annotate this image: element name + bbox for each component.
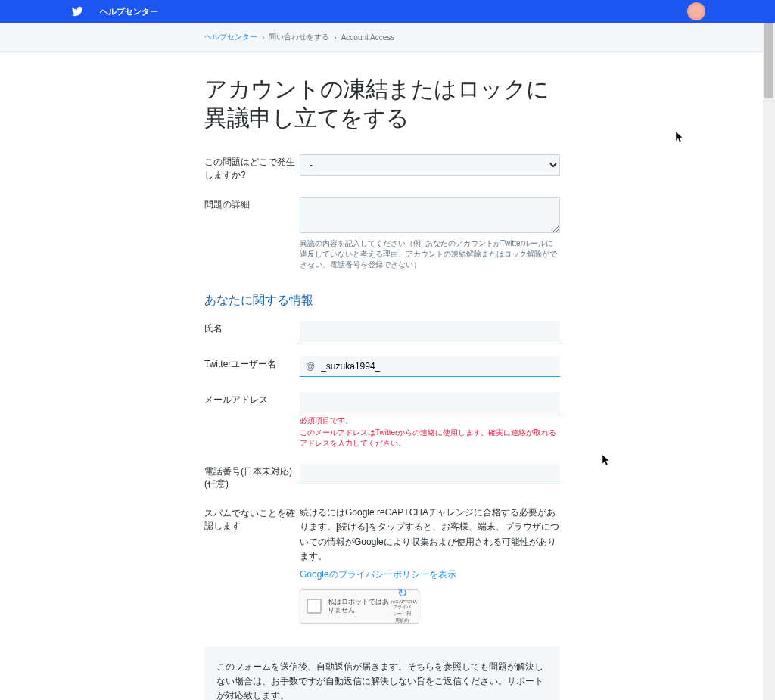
captcha-privacy-link[interactable]: Googleのプライバシーポリシーを表示 bbox=[300, 568, 456, 581]
recaptcha-logo: ↻ reCAPTCHA プライバシー - 利用規約 bbox=[391, 587, 412, 624]
breadcrumb-separator: › bbox=[334, 33, 336, 42]
captcha-text: 続けるにはGoogle reCAPTCHAチャレンジに合格する必要があります。[… bbox=[300, 506, 560, 564]
recaptcha-checkbox[interactable] bbox=[307, 599, 322, 614]
breadcrumb-link-help[interactable]: ヘルプセンター bbox=[204, 32, 257, 42]
name-input[interactable] bbox=[300, 321, 560, 341]
email-error: 必須項目です。 bbox=[300, 415, 560, 426]
captcha-label: スパムでないことを確認します bbox=[204, 506, 300, 533]
topbar-title[interactable]: ヘルプセンター bbox=[100, 6, 158, 17]
page-title: アカウントの凍結またはロックに異議申し立てをする bbox=[204, 75, 560, 132]
username-input[interactable] bbox=[318, 356, 560, 376]
username-label: Twitterユーザー名 bbox=[204, 356, 300, 371]
notice-box: このフォームを送信後、自動返信が届きます。そちらを参照しても問題が解決しない場合… bbox=[204, 646, 560, 700]
email-input[interactable] bbox=[300, 392, 560, 412]
topbar: ヘルプセンター bbox=[0, 0, 775, 23]
cursor-icon bbox=[676, 132, 685, 144]
breadcrumb-item-account-access: Account Access bbox=[341, 33, 395, 42]
avatar[interactable] bbox=[687, 2, 705, 20]
details-help: 異議の内容を記入してください（例: あなたのアカウントがTwitterルールに違… bbox=[300, 238, 560, 270]
phone-input[interactable] bbox=[300, 464, 560, 484]
section-heading: あなたに関する情報 bbox=[204, 293, 560, 309]
recaptcha-box[interactable]: 私はロボットではありません ↻ reCAPTCHA プライバシー - 利用規約 bbox=[300, 589, 419, 624]
breadcrumb-item-contact: 問い合わせをする bbox=[269, 32, 329, 42]
where-select[interactable]: - bbox=[300, 154, 560, 176]
email-label: メールアドレス bbox=[204, 392, 300, 406]
details-label: 問題の詳細 bbox=[204, 197, 300, 211]
where-label: この問題はどこで発生しますか? bbox=[204, 154, 300, 182]
scrollbar[interactable] bbox=[763, 0, 775, 700]
email-help: このメールアドレスはTwitterからの連絡に使用します。確実に連絡が取れるアド… bbox=[300, 428, 560, 449]
details-textarea[interactable] bbox=[300, 197, 560, 233]
phone-label: 電話番号(日本未対応) (任意) bbox=[204, 464, 300, 491]
cursor-icon bbox=[602, 455, 612, 467]
recaptcha-label: 私はロボットではありません bbox=[328, 598, 391, 614]
name-label: 氏名 bbox=[204, 321, 300, 335]
twitter-icon[interactable] bbox=[70, 5, 85, 17]
breadcrumb-separator: › bbox=[262, 33, 264, 42]
breadcrumb: ヘルプセンター › 問い合わせをする › Account Access bbox=[204, 23, 764, 51]
username-prefix: @ bbox=[300, 356, 318, 376]
notice-p1: このフォームを送信後、自動返信が届きます。そちらを参照しても問題が解決しない場合… bbox=[216, 660, 548, 700]
